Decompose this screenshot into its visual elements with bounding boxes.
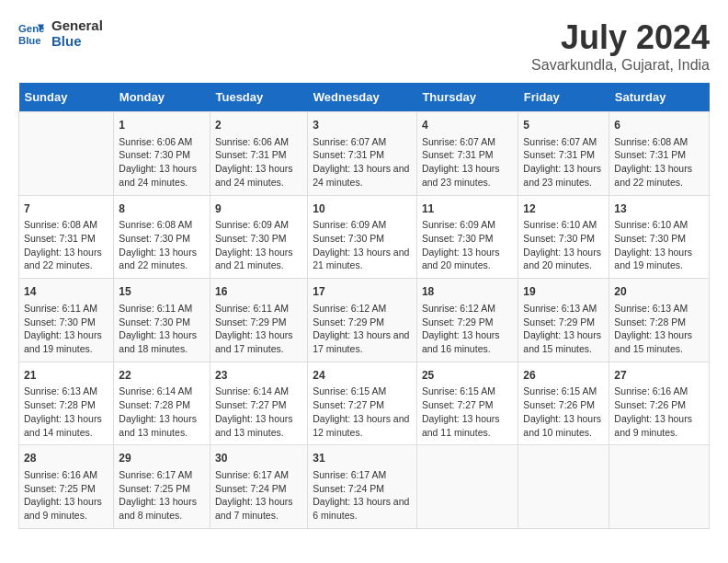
- day-number: 7: [24, 201, 108, 217]
- day-info: Sunrise: 6:06 AM: [215, 135, 302, 149]
- day-info: Sunset: 7:24 PM: [313, 482, 412, 496]
- day-number: 27: [614, 368, 704, 384]
- day-info: Sunset: 7:30 PM: [523, 232, 604, 246]
- header-tuesday: Tuesday: [210, 83, 307, 112]
- day-info: Sunrise: 6:11 AM: [215, 302, 302, 316]
- day-info: Daylight: 13 hours and 23 minutes.: [523, 162, 604, 189]
- day-info: Daylight: 13 hours and 15 minutes.: [523, 328, 604, 355]
- day-number: 2: [215, 118, 302, 133]
- calendar-cell: 12Sunrise: 6:10 AMSunset: 7:30 PMDayligh…: [518, 195, 609, 279]
- day-info: Sunset: 7:31 PM: [422, 148, 513, 162]
- day-info: Sunrise: 6:09 AM: [313, 218, 412, 232]
- day-info: Sunset: 7:28 PM: [24, 398, 108, 412]
- day-info: Sunrise: 6:15 AM: [313, 385, 412, 398]
- calendar-cell: 19Sunrise: 6:13 AMSunset: 7:29 PMDayligh…: [518, 279, 609, 362]
- title-block: July 2024 Savarkundla, Gujarat, India: [531, 18, 710, 74]
- calendar-cell: [609, 445, 710, 529]
- day-number: 31: [313, 451, 412, 466]
- calendar-cell: 24Sunrise: 6:15 AMSunset: 7:27 PMDayligh…: [308, 362, 417, 445]
- day-info: Sunrise: 6:12 AM: [313, 302, 412, 316]
- day-info: Sunset: 7:29 PM: [523, 316, 604, 329]
- day-info: Sunrise: 6:08 AM: [24, 218, 108, 232]
- day-info: Sunset: 7:28 PM: [614, 316, 704, 329]
- calendar-cell: 30Sunrise: 6:17 AMSunset: 7:24 PMDayligh…: [210, 445, 307, 529]
- day-info: Daylight: 13 hours and 18 minutes.: [119, 328, 205, 355]
- calendar-cell: 2Sunrise: 6:06 AMSunset: 7:31 PMDaylight…: [210, 112, 307, 196]
- calendar-cell: 17Sunrise: 6:12 AMSunset: 7:29 PMDayligh…: [308, 279, 417, 362]
- day-number: 17: [313, 284, 412, 300]
- calendar-cell: 18Sunrise: 6:12 AMSunset: 7:29 PMDayligh…: [416, 279, 518, 362]
- day-info: Sunset: 7:30 PM: [215, 232, 302, 246]
- day-info: Sunrise: 6:07 AM: [523, 135, 604, 149]
- calendar-week-row: 7Sunrise: 6:08 AMSunset: 7:31 PMDaylight…: [19, 195, 710, 279]
- calendar-cell: 28Sunrise: 6:16 AMSunset: 7:25 PMDayligh…: [19, 445, 114, 529]
- day-info: Sunrise: 6:14 AM: [119, 385, 205, 398]
- day-info: Sunrise: 6:09 AM: [215, 218, 302, 232]
- day-info: Sunrise: 6:09 AM: [422, 218, 513, 232]
- calendar-week-row: 28Sunrise: 6:16 AMSunset: 7:25 PMDayligh…: [19, 445, 710, 529]
- calendar-cell: 1Sunrise: 6:06 AMSunset: 7:30 PMDaylight…: [114, 112, 210, 196]
- day-info: Daylight: 13 hours and 14 minutes.: [24, 412, 108, 439]
- day-info: Daylight: 13 hours and 10 minutes.: [523, 412, 604, 439]
- day-info: Daylight: 13 hours and 22 minutes.: [614, 162, 704, 189]
- day-info: Daylight: 13 hours and 20 minutes.: [422, 246, 513, 272]
- day-number: 28: [24, 451, 108, 466]
- day-info: Daylight: 13 hours and 23 minutes.: [422, 162, 513, 189]
- day-info: Sunset: 7:27 PM: [215, 398, 302, 412]
- day-info: Sunset: 7:26 PM: [523, 398, 604, 412]
- day-info: Daylight: 13 hours and 24 minutes.: [119, 162, 205, 189]
- day-info: Sunrise: 6:15 AM: [523, 385, 604, 398]
- logo-line2: Blue: [51, 34, 103, 50]
- calendar-cell: 25Sunrise: 6:15 AMSunset: 7:27 PMDayligh…: [416, 362, 518, 445]
- day-info: Sunrise: 6:16 AM: [24, 468, 108, 482]
- day-info: Sunset: 7:31 PM: [614, 148, 704, 162]
- day-number: 21: [24, 368, 108, 384]
- day-info: Sunset: 7:30 PM: [422, 232, 513, 246]
- day-number: 3: [313, 118, 412, 133]
- day-number: 18: [422, 284, 513, 300]
- calendar-cell: 20Sunrise: 6:13 AMSunset: 7:28 PMDayligh…: [609, 279, 710, 362]
- day-number: 12: [523, 201, 604, 217]
- day-info: Sunset: 7:30 PM: [119, 232, 205, 246]
- day-info: Daylight: 13 hours and 13 minutes.: [119, 412, 205, 439]
- day-info: Sunrise: 6:17 AM: [215, 468, 302, 482]
- day-info: Sunrise: 6:10 AM: [523, 218, 604, 232]
- day-info: Daylight: 13 hours and 6 minutes.: [313, 495, 412, 522]
- day-info: Sunset: 7:26 PM: [614, 398, 704, 412]
- day-number: 24: [313, 368, 412, 384]
- calendar-week-row: 21Sunrise: 6:13 AMSunset: 7:28 PMDayligh…: [19, 362, 710, 445]
- header-monday: Monday: [114, 83, 210, 112]
- day-info: Sunrise: 6:10 AM: [614, 218, 704, 232]
- day-info: Sunrise: 6:14 AM: [215, 385, 302, 398]
- calendar-cell: 5Sunrise: 6:07 AMSunset: 7:31 PMDaylight…: [518, 112, 609, 196]
- day-number: 4: [422, 118, 513, 133]
- day-number: 20: [614, 284, 704, 300]
- day-info: Daylight: 13 hours and 17 minutes.: [313, 328, 412, 355]
- calendar-cell: 22Sunrise: 6:14 AMSunset: 7:28 PMDayligh…: [114, 362, 210, 445]
- day-info: Daylight: 13 hours and 13 minutes.: [215, 412, 302, 439]
- day-number: 23: [215, 368, 302, 384]
- day-info: Sunrise: 6:15 AM: [422, 385, 513, 398]
- day-info: Sunrise: 6:08 AM: [119, 218, 205, 232]
- day-info: Sunrise: 6:13 AM: [523, 302, 604, 316]
- day-number: 15: [119, 284, 205, 300]
- day-info: Sunset: 7:24 PM: [215, 482, 302, 496]
- header-wednesday: Wednesday: [308, 83, 417, 112]
- day-number: 6: [614, 118, 704, 133]
- day-info: Sunset: 7:30 PM: [24, 316, 108, 329]
- day-info: Sunset: 7:29 PM: [313, 316, 412, 329]
- calendar-cell: 10Sunrise: 6:09 AMSunset: 7:30 PMDayligh…: [308, 195, 417, 279]
- calendar-cell: 3Sunrise: 6:07 AMSunset: 7:31 PMDaylight…: [308, 112, 417, 196]
- calendar-cell: 31Sunrise: 6:17 AMSunset: 7:24 PMDayligh…: [308, 445, 417, 529]
- day-number: 10: [313, 201, 412, 217]
- day-info: Daylight: 13 hours and 8 minutes.: [119, 495, 205, 522]
- day-info: Daylight: 13 hours and 21 minutes.: [313, 246, 412, 272]
- day-info: Sunrise: 6:11 AM: [24, 302, 108, 316]
- day-info: Sunset: 7:30 PM: [119, 316, 205, 329]
- day-number: 25: [422, 368, 513, 384]
- day-info: Sunset: 7:29 PM: [422, 316, 513, 329]
- logo-icon: General Blue: [18, 21, 44, 47]
- calendar-cell: 9Sunrise: 6:09 AMSunset: 7:30 PMDaylight…: [210, 195, 307, 279]
- day-info: Daylight: 13 hours and 15 minutes.: [614, 328, 704, 355]
- page-header: General Blue General Blue July 2024 Sava…: [18, 18, 710, 74]
